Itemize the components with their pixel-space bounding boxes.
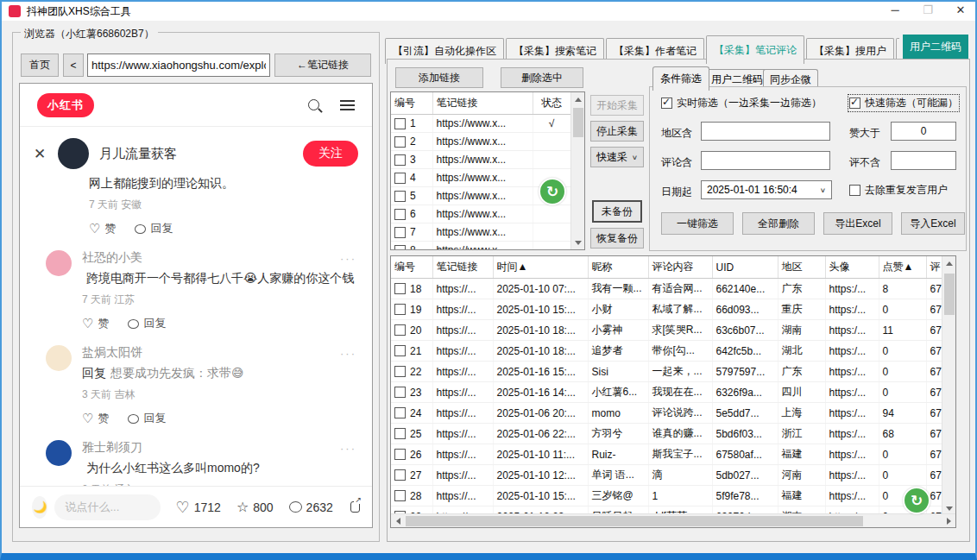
like-action[interactable]: ♡赞 [82,316,109,331]
reply-action[interactable]: 回复 [135,221,173,236]
result-row[interactable]: 18 https://... 2025-01-10 07:... 我有一颗...… [391,279,956,299]
result-row[interactable]: 21 https://... 2025-01-10 18:... 追梦者 带你[… [391,341,956,362]
refresh-spinner-icon[interactable]: ↻ [539,178,566,205]
note-link[interactable]: https://... [432,465,493,486]
avatar-url[interactable]: https:/... [825,403,879,424]
link-row[interactable]: 7 https://www.x... [391,223,570,242]
link-row[interactable]: 8 https://www.x... [391,242,570,251]
search-icon[interactable] [308,99,319,110]
collect-stat[interactable]: ☆800 [236,499,274,515]
avatar[interactable] [58,138,89,169]
subtab-condition-filter[interactable]: 条件筛选 [652,66,709,91]
commenter-name[interactable]: 盐焗太阳饼 [82,345,358,361]
checkbox[interactable] [661,98,672,109]
note-link[interactable]: https://www.x... [432,187,533,205]
col-header[interactable]: 时间▲ [493,256,588,279]
quick-filter-checkbox[interactable]: 快速筛选（可能漏） [849,96,958,110]
result-row[interactable]: 20 https://... 2025-01-10 18:... 小雾神 求[笑… [391,320,956,341]
realtime-filter-checkbox[interactable]: 实时筛选（一边采集一边筛选） [661,96,822,110]
row-checkbox[interactable] [394,173,406,184]
avatar-url[interactable]: https:/... [825,444,879,465]
like-action[interactable]: ♡赞 [89,221,116,236]
close-icon[interactable]: ✕ [34,145,47,163]
col-header[interactable]: 笔记链接 [432,256,493,279]
col-header[interactable]: UID [712,256,778,279]
delete-all-button[interactable]: 全部删除 [742,212,815,235]
link-row[interactable]: 1 https://www.x... √ [391,115,570,133]
note-link[interactable]: https://www.x... [432,242,533,251]
link-row[interactable]: 3 https://www.x... [391,151,570,169]
row-checkbox[interactable] [394,209,406,220]
note-link[interactable]: https://www.x... [432,151,533,169]
col-header[interactable]: 点赞▲ [879,256,926,279]
add-link-button[interactable]: 添加链接 [395,67,483,88]
note-link[interactable]: https://www.x... [432,115,533,133]
home-button[interactable]: 首页 [21,53,59,77]
more-options-icon[interactable]: ··· [340,347,356,360]
result-row[interactable]: 19 https://... 2025-01-10 15:... 小财 私域了解… [391,299,956,320]
note-link[interactable]: https://... [432,341,493,362]
checkbox[interactable] [849,185,860,196]
reply-action[interactable]: 回复 [128,316,166,331]
checkbox[interactable] [849,98,860,109]
result-row[interactable]: 26 https://... 2025-01-10 11:... Ruiz- 斯… [391,444,956,465]
avatar-url[interactable]: https:/... [825,279,879,299]
url-input[interactable] [87,53,270,77]
row-checkbox[interactable] [394,191,406,202]
result-table-hscrollbar[interactable] [391,513,955,527]
row-checkbox[interactable] [394,227,406,238]
restore-backup-button[interactable]: 恢复备份 [590,228,644,249]
note-link[interactable]: https://www.x... [432,133,533,151]
like-stat[interactable]: ♡1712 [176,498,221,517]
col-header[interactable]: 头像 [825,256,879,279]
result-row[interactable]: 28 https://... 2025-01-10 15:... 三岁铭@ 1 … [391,486,956,507]
commenter-name[interactable]: 雅士剃须刀 [82,440,358,456]
row-checkbox[interactable] [394,366,406,377]
avatar-url[interactable]: https:/... [825,341,879,362]
backup-button[interactable]: 未备份 [592,200,642,223]
avatar[interactable] [46,440,72,466]
one-key-filter-button[interactable]: 一键筛选 [661,212,734,235]
note-link[interactable]: https://www.x... [432,223,533,242]
note-link[interactable]: https://... [432,320,493,341]
maximize-button[interactable]: ❐ [911,0,944,19]
delete-selected-button[interactable]: 删除选中 [501,67,583,88]
import-excel-button[interactable]: 导入Excel [901,212,965,235]
col-header[interactable]: 状态 [533,92,570,115]
result-row[interactable]: 22 https://... 2025-01-16 15:... Sisi 一起… [391,362,956,382]
col-header[interactable]: 评论内容 [648,256,712,279]
avatar[interactable] [46,345,72,371]
result-row[interactable]: 23 https://... 2025-01-16 14:... 小红薯6...… [391,382,956,403]
note-link[interactable]: https://... [432,279,493,299]
row-checkbox[interactable] [394,154,406,166]
region-input[interactable] [701,122,830,141]
comment-contains-input[interactable] [701,151,830,170]
commenter-name[interactable]: 社恐的小美 [82,250,358,266]
like-action[interactable]: ♡赞 [82,411,109,426]
col-header[interactable]: 笔记链接 [432,92,533,115]
result-row[interactable]: 27 https://... 2025-01-10 12:... 单词 语...… [391,465,956,486]
note-link[interactable]: https://www.x... [432,169,533,187]
col-header[interactable]: 地区 [778,256,825,279]
note-link[interactable]: https://... [432,362,493,382]
avatar[interactable] [46,250,72,276]
follow-button[interactable]: 关注 [303,141,358,167]
date-from-combobox[interactable]: 2025-01-01 16:50:4∨ [701,180,832,199]
reply-action[interactable]: 回复 [128,411,166,426]
avatar-url[interactable]: https:/... [825,465,879,486]
note-link[interactable]: https://... [432,444,493,465]
avatar-url[interactable]: https:/... [825,299,879,320]
avatar-url[interactable]: https:/... [825,486,879,507]
avatar-url[interactable]: https:/... [825,382,879,403]
row-checkbox[interactable] [394,469,406,481]
like-gt-input[interactable] [891,122,956,141]
more-options-icon[interactable]: ··· [340,442,356,455]
row-checkbox[interactable] [394,304,406,315]
result-row[interactable]: 25 https://... 2025-01-06 22:... 方羽兮 谁真的… [391,424,956,444]
result-table-vscrollbar[interactable] [942,256,955,515]
user-qr-button[interactable]: 用户二维码 [903,35,968,60]
avatar-url[interactable]: https:/... [825,362,879,382]
row-checkbox[interactable] [394,490,406,501]
note-link[interactable]: https://... [432,403,493,424]
row-checkbox[interactable] [394,245,406,251]
